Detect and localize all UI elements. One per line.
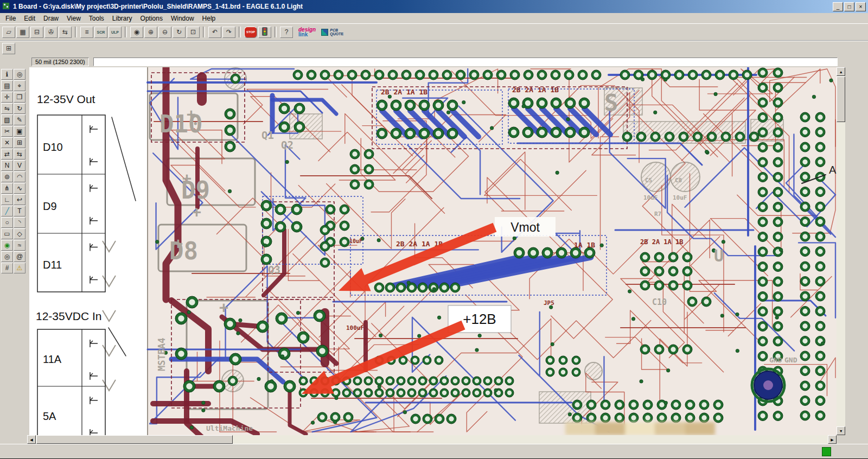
via-tool[interactable]: ◉	[1, 240, 13, 251]
svg-text:10uF: 10uF	[349, 238, 362, 244]
polygon-tool[interactable]: ◇	[14, 228, 25, 239]
maximize-button[interactable]: □	[844, 2, 854, 11]
menu-view[interactable]: View	[63, 14, 85, 23]
menu-library[interactable]: Library	[108, 14, 137, 23]
text-tool[interactable]: T	[14, 206, 25, 216]
pinswap-tool[interactable]: ⇄	[1, 149, 13, 160]
pcbquote-logo[interactable]: PCB QUOTE	[321, 28, 343, 36]
add-tool[interactable]: ⊞	[14, 137, 25, 148]
scroll-down-button[interactable]: ▼	[837, 426, 845, 435]
svg-text:MSTBA4: MSTBA4	[156, 338, 167, 371]
pcbquote-icon	[321, 29, 328, 36]
signal-tool[interactable]: ≈	[14, 240, 25, 251]
zoom-in-button[interactable]: ⊕	[144, 27, 157, 38]
svg-text:Vmot: Vmot	[510, 220, 540, 234]
board-canvas[interactable]: D10D9D8Q1Q2Q3SUMSTBA4UltiMachineGNDGNDC1…	[29, 67, 837, 435]
group-tool[interactable]: ▧	[1, 114, 13, 125]
minimize-button[interactable]: _	[833, 2, 843, 11]
run-script-button[interactable]: SCR	[94, 27, 107, 38]
zoom-fit-button[interactable]: ◉	[130, 27, 143, 38]
menu-edit[interactable]: Edit	[20, 14, 40, 23]
menu-options[interactable]: Options	[137, 14, 167, 23]
help-button[interactable]: ?	[280, 27, 293, 38]
errors-tool[interactable]: ⚠	[14, 263, 25, 273]
move-tool[interactable]: ✛	[1, 92, 13, 103]
delete-tool[interactable]: ✕	[1, 137, 13, 148]
grid-button[interactable]: ⊞	[2, 43, 15, 54]
horizontal-scroll-track[interactable]	[36, 435, 828, 444]
change-tool[interactable]: ✎	[14, 114, 25, 125]
paste-tool[interactable]: ▣	[14, 126, 25, 137]
save-button[interactable]: ▦	[16, 27, 29, 38]
smash-tool[interactable]: ⊚	[1, 171, 13, 182]
menubar: FileEditDrawViewToolsLibraryOptionsWindo…	[0, 13, 868, 23]
mark-tool[interactable]: ⌖	[14, 80, 25, 91]
svg-text:C10: C10	[652, 297, 667, 307]
undo-button[interactable]: ↶	[208, 27, 221, 38]
circle-tool[interactable]: ○	[1, 217, 13, 228]
copy-tool[interactable]: ❐	[14, 92, 25, 103]
horizontal-scrollbar[interactable]: ◀ ▶	[27, 435, 837, 444]
designlink-line2: link	[298, 32, 316, 37]
rotate-tool[interactable]: ↻	[14, 103, 25, 114]
print-button[interactable]: ⊟	[30, 27, 43, 38]
zoom-redraw-button[interactable]: ↻	[173, 27, 186, 38]
toolbar-separator	[75, 27, 77, 37]
hole-tool[interactable]: ◎	[1, 251, 13, 262]
menu-help[interactable]: Help	[199, 14, 220, 23]
run-traffic-button[interactable]	[258, 27, 271, 38]
scroll-up-button[interactable]: ▲	[837, 67, 845, 76]
svg-text:10uF: 10uF	[643, 194, 658, 201]
board-schematic-toggle-button[interactable]: ⇆	[59, 27, 72, 38]
horizontal-scroll-thumb[interactable]	[36, 435, 233, 444]
use-library-button[interactable]: ≡	[80, 27, 93, 38]
menu-file[interactable]: File	[2, 14, 20, 23]
display-tool[interactable]: ▤	[1, 80, 13, 91]
vertical-scroll-track[interactable]	[837, 76, 845, 426]
designlink-logo[interactable]: design link	[298, 27, 316, 37]
split-tool[interactable]: ⋔	[1, 183, 13, 194]
info-tool[interactable]: ℹ	[1, 69, 13, 80]
cut-tool[interactable]: ✂	[1, 126, 13, 137]
show-tool[interactable]: ◎	[14, 69, 25, 80]
attribute-tool[interactable]: @	[14, 251, 25, 262]
miter-tool[interactable]: ◠	[14, 171, 25, 182]
svg-text:+12B: +12B	[463, 311, 496, 327]
pcbquote-line2: QUOTE	[330, 32, 343, 36]
stop-button[interactable]: STOP	[244, 27, 257, 38]
menu-window[interactable]: Window	[167, 14, 199, 23]
wire-tool[interactable]: ╱	[1, 206, 13, 216]
redo-button[interactable]: ↷	[222, 27, 235, 38]
optimize-tool[interactable]: ∿	[14, 183, 25, 194]
close-button[interactable]: ×	[856, 2, 866, 11]
run-ulp-button[interactable]: ULP	[108, 27, 122, 38]
ratsnest-tool[interactable]: #	[1, 263, 13, 273]
toolbar-separator	[125, 27, 127, 37]
name-tool[interactable]: N	[1, 160, 13, 171]
ripup-tool[interactable]: ↩	[14, 194, 25, 205]
tool-palette: ℹ◎▤⌖✛❐⇋↻▧✎✂▣✕⊞⇄⇆NV⊚◠⋔∿∟↩╱T○◝▭◇◉≈◎@#⚠	[0, 67, 29, 435]
vertical-scrollbar[interactable]: ▲ ▼	[837, 67, 845, 435]
zoom-out-button[interactable]: ⊖	[158, 27, 171, 38]
vertical-scroll-thumb[interactable]	[837, 76, 845, 122]
menu-draw[interactable]: Draw	[40, 14, 63, 23]
scroll-left-button[interactable]: ◀	[27, 435, 36, 444]
replace-tool[interactable]: ⇆	[14, 149, 25, 160]
svg-text:C5: C5	[645, 177, 652, 184]
rect-tool[interactable]: ▭	[1, 228, 13, 239]
app-icon	[2, 2, 10, 11]
open-button[interactable]: ▱	[2, 27, 15, 38]
mirror-tool[interactable]: ⇋	[1, 103, 13, 114]
command-line-input[interactable]	[93, 58, 838, 66]
menu-tools[interactable]: Tools	[85, 14, 108, 23]
board-canvas-wrap[interactable]: D10D9D8Q1Q2Q3SUMSTBA4UltiMachineGNDGNDC1…	[29, 67, 837, 435]
zoom-select-button[interactable]: ⊡	[187, 27, 200, 38]
cam-processor-button[interactable]: ✇	[44, 27, 58, 38]
svg-text:A: A	[829, 164, 837, 176]
svg-text:D11: D11	[43, 259, 62, 271]
arc-tool[interactable]: ◝	[14, 217, 25, 228]
value-tool[interactable]: V	[14, 160, 25, 171]
main-toolbar: ▱▦⊟✇⇆≡SCRULP◉⊕⊖↻⊡↶↷STOP? design link PCB…	[0, 23, 868, 40]
scroll-right-button[interactable]: ▶	[828, 435, 837, 444]
route-tool[interactable]: ∟	[1, 194, 13, 205]
